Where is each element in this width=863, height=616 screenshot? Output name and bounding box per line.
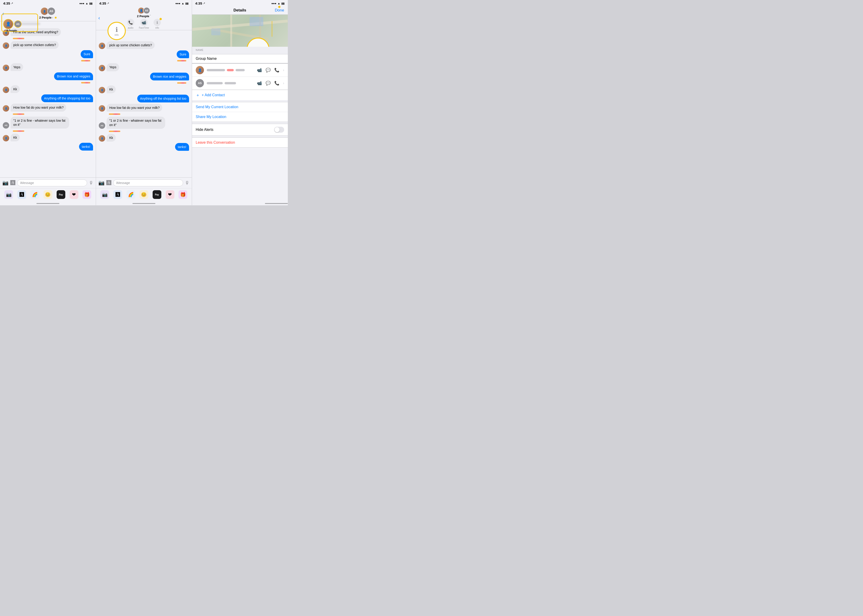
dock-photos-2[interactable]: 📷 xyxy=(101,190,109,199)
audio-icon: 📞 xyxy=(127,19,134,26)
contact-row-2: AS 📹 💬 📞 › xyxy=(192,77,288,90)
bubble: Kk xyxy=(107,134,116,141)
camera-icon-1[interactable]: 📷 xyxy=(2,180,8,186)
dock-activity-2[interactable]: 🌈 xyxy=(126,190,135,199)
hide-alerts-label: Hide Alerts xyxy=(196,128,213,132)
contact-row-1: 👤 📹 💬 📞 › xyxy=(192,64,288,77)
msg-row: Brown rice and veggies xyxy=(3,72,93,80)
header-group-name-1[interactable]: 2 People › xyxy=(39,16,57,19)
share-location-text: Share My Location xyxy=(196,115,226,119)
msg-avatar: 👤 xyxy=(99,87,105,93)
dock-gift-2[interactable]: 🎁 xyxy=(179,190,187,199)
signal-icon-3: ●●● xyxy=(271,2,277,5)
app-dock-1: 📷 🅰 🌈 😊 Pay ❤ 🎁 xyxy=(0,188,96,202)
dock-appstore-2[interactable]: 🅰 xyxy=(113,190,122,199)
home-bar-1 xyxy=(36,203,59,204)
details-map: Done xyxy=(192,15,288,47)
dock-animoji-2[interactable]: 😊 xyxy=(140,190,148,199)
msg-row: Brown rice and veggies xyxy=(99,73,189,80)
location-icon-2: ↗ xyxy=(107,2,109,5)
chevron-icon-row1: › xyxy=(283,68,284,72)
bubble: pick up some chicken cutlets? xyxy=(11,41,59,49)
avatar-as-2: AS xyxy=(143,7,150,14)
hide-alerts-toggle[interactable] xyxy=(274,127,284,133)
info-action[interactable]: ℹ info xyxy=(154,19,161,29)
dock-applepay-1[interactable]: Pay xyxy=(57,190,65,199)
dock-activity-1[interactable]: 🌈 xyxy=(30,190,39,199)
audio-action[interactable]: 📞 audio xyxy=(127,19,134,29)
add-contact-icon: ＋ xyxy=(196,92,200,98)
message-area-2: 👤 pick up some chicken cutlets? Sure 👤 Y… xyxy=(96,39,192,178)
message-input-1[interactable]: iMessage xyxy=(17,179,87,186)
message-icon-row2[interactable]: 💬 xyxy=(266,81,270,86)
dropdown-icon-2: ˇ xyxy=(150,15,151,18)
send-location-row[interactable]: Send My Current Location xyxy=(192,102,288,112)
header-actions-2: 📞 audio 📹 FaceTime ℹ info xyxy=(127,19,161,29)
bubble: Brown rice and veggies xyxy=(150,73,189,80)
bubble: tanks! xyxy=(79,143,93,151)
bubble: Anything off the shopping list too xyxy=(137,95,189,102)
wifi-icon-2: ▲ xyxy=(181,2,184,5)
back-button-2[interactable]: ‹ xyxy=(98,15,100,21)
bubble: Brown rice and veggies xyxy=(54,72,93,80)
bubble: Sure xyxy=(81,50,93,58)
msg-row: 👤 How low fat do you want your milk? xyxy=(3,104,93,112)
dock-applepay-2[interactable]: Pay xyxy=(152,190,161,199)
msg-row: tanks! xyxy=(3,143,93,151)
leave-conversation-text: Leave this Conversation xyxy=(196,140,235,145)
phone-icon-row2[interactable]: 📞 xyxy=(274,81,279,86)
dock-appstore-1[interactable]: 🅰 xyxy=(17,190,26,199)
apps-icon-2[interactable]: 🅰 xyxy=(106,180,112,186)
home-indicator-3 xyxy=(192,148,288,205)
mic-icon-1[interactable]: 🎙 xyxy=(89,180,93,185)
bubble: Anything off the shopping list too xyxy=(41,94,93,102)
msg-row: 👤 How low fat do you want your milk? xyxy=(99,104,189,112)
dock-photos-1[interactable]: 📷 xyxy=(4,190,13,199)
leave-conversation-row[interactable]: Leave this Conversation xyxy=(192,137,288,148)
signal-icon-1: ●●● xyxy=(79,2,84,5)
phone-icon-row1[interactable]: 📞 xyxy=(274,68,279,73)
details-done-button[interactable]: Done xyxy=(275,8,284,13)
status-time-1: 4:35 xyxy=(3,2,10,5)
msg-avatar: 👤 xyxy=(3,86,9,93)
bubble: How low fat do you want your milk? xyxy=(107,104,162,112)
message-input-2[interactable]: iMessage xyxy=(113,179,183,186)
facetime-label: FaceTime xyxy=(139,27,149,29)
msg-row: Anything off the shopping list too xyxy=(99,95,189,102)
header-group-name-2[interactable]: 2 People ˇ xyxy=(137,14,151,18)
facetime-icon-row2[interactable]: 📹 xyxy=(257,81,262,86)
msg-row: 👤 Yeps xyxy=(99,63,189,71)
bubble: pick up some chicken cutlets? xyxy=(107,41,155,49)
avatar-group-1: 👤 AS xyxy=(40,7,55,15)
share-location-row[interactable]: Share My Location xyxy=(192,112,288,122)
info-label: info xyxy=(156,27,159,29)
message-icon-row1[interactable]: 💬 xyxy=(266,68,270,73)
group-name-field[interactable]: Group Name xyxy=(196,57,217,61)
panel-1: 4:35 ↗ ●●● ▲ ▮▮ ‹ 👤 AS 2 People › xyxy=(0,0,96,205)
audio-label: audio xyxy=(128,27,134,29)
dock-gift-1[interactable]: 🎁 xyxy=(82,190,91,199)
battery-icon-2: ▮▮ xyxy=(185,2,189,5)
hide-alerts-row: Hide Alerts xyxy=(192,124,288,135)
msg-avatar: 👤 xyxy=(3,64,9,71)
back-button-1[interactable]: ‹ xyxy=(2,11,4,17)
msg-row: AS "1 or 2 is fine - whatever says low f… xyxy=(3,117,93,129)
facetime-icon-row1[interactable]: 📹 xyxy=(257,68,262,73)
mic-icon-2[interactable]: 🎙 xyxy=(185,180,190,185)
facetime-action[interactable]: 📹 FaceTime xyxy=(139,19,149,29)
message-area-1: 👤 I'm at the store, need anything? 👤 pic… xyxy=(0,26,96,178)
dock-heart-2[interactable]: ❤ xyxy=(166,190,174,199)
facetime-icon: 📹 xyxy=(140,19,148,26)
wifi-icon-1: ▲ xyxy=(85,2,88,5)
location-section: Send My Current Location Share My Locati… xyxy=(192,102,288,122)
add-contact-row[interactable]: ＋ + Add Contact xyxy=(192,90,288,100)
panel-3-details: 4:35 ↗ ●●● ▲ ▮▮ Details Done Done NAM xyxy=(192,0,288,205)
dock-animoji-1[interactable]: 😊 xyxy=(44,190,52,199)
apps-icon-1[interactable]: 🅰 xyxy=(10,180,15,186)
dock-heart-1[interactable]: ❤ xyxy=(70,190,79,199)
bubble: Sure xyxy=(177,50,189,58)
msg-avatar: 👤 xyxy=(99,65,105,71)
name-section: NAME Group Name xyxy=(192,47,288,63)
bubble: How low fat do you want your milk? xyxy=(11,104,66,112)
camera-icon-2[interactable]: 📷 xyxy=(98,180,104,186)
